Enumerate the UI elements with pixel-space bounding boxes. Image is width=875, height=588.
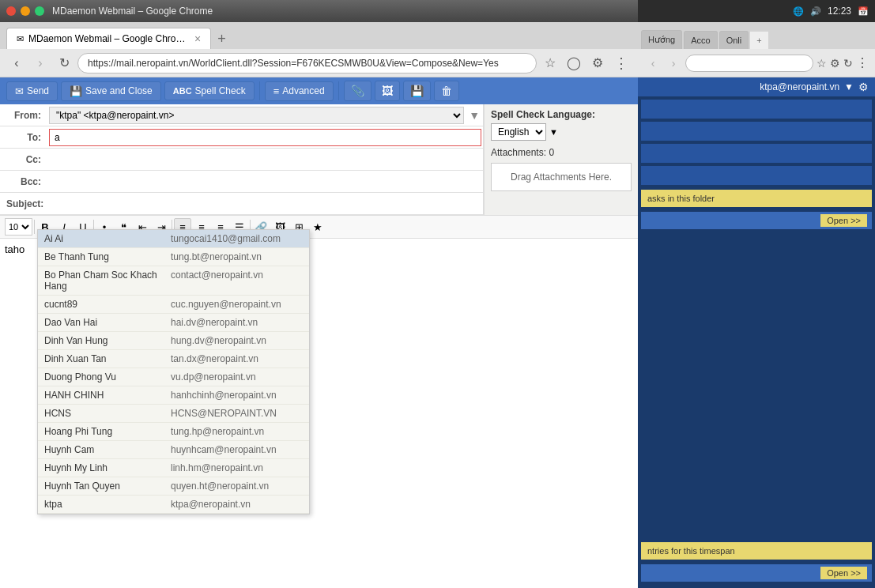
open-btn-1[interactable]: Open >> <box>820 214 867 227</box>
bookmark-btn[interactable]: ☆ <box>540 53 560 74</box>
new-tab-btn[interactable]: + <box>211 28 232 49</box>
subject-label: Subject: <box>0 195 47 213</box>
rpanel-gear-icon[interactable]: ⚙ <box>858 81 869 93</box>
rpanel-menu-btn[interactable]: ⋮ <box>856 55 869 70</box>
autocomplete-item-name: Be Thanh Tung <box>44 251 171 262</box>
font-size-select[interactable]: 10 <box>5 218 32 236</box>
autocomplete-item-name: Bo Phan Cham Soc Khach Hang <box>44 270 171 292</box>
autocomplete-item-name: Dinh Van Hung <box>44 335 171 346</box>
autocomplete-dropdown: Ai Aitungocai1410@gmail.comBe Thanh Tung… <box>37 229 310 514</box>
autocomplete-item-email: tan.dx@neropaint.vn <box>171 353 303 364</box>
autocomplete-item[interactable]: Dinh Xuan Tantan.dx@neropaint.vn <box>38 350 309 368</box>
autocomplete-item[interactable]: HCNSHCNS@NEROPAINT.VN <box>38 405 309 423</box>
win-max-btn[interactable] <box>35 6 44 16</box>
profile-btn[interactable]: ◯ <box>564 53 584 74</box>
more-options-btn[interactable]: ★ <box>309 218 326 236</box>
attach-file-button[interactable]: 📎 <box>344 81 371 101</box>
insert-image-button[interactable]: 🖼 <box>375 81 400 101</box>
autocomplete-list: Ai Aitungocai1410@gmail.comBe Thanh Tung… <box>38 230 309 514</box>
from-label: From: <box>0 107 47 124</box>
spell-check-icon: ABC <box>173 86 192 96</box>
to-input[interactable] <box>49 129 481 146</box>
autocomplete-item-name: Ai Ai <box>44 233 171 244</box>
language-select[interactable]: English <box>491 123 546 141</box>
autocomplete-item[interactable]: Ai Aitungocai1410@gmail.com <box>38 230 309 248</box>
spellcheck-panel: Spell Check Language: English ▼ Attachme… <box>484 104 638 215</box>
tasks-text: asks in this folder <box>647 194 715 203</box>
rpanel-tab-acco[interactable]: Acco <box>684 31 717 49</box>
autocomplete-item[interactable]: Bo Phan Cham Soc Khach Hangcontact@nerop… <box>38 266 309 296</box>
rpanel-refresh-btn[interactable]: ↻ <box>843 57 853 70</box>
taskbar-time: 12:23 <box>828 6 851 17</box>
tab-close-icon[interactable]: × <box>194 32 201 45</box>
save-close-button[interactable]: 💾 Save and Close <box>61 81 161 101</box>
rpanel-star-btn[interactable]: ☆ <box>817 57 827 70</box>
rpanel-back-btn[interactable]: ‹ <box>644 55 662 72</box>
rpanel-address-bar[interactable] <box>685 55 813 72</box>
from-dropdown-icon[interactable]: ▼ <box>466 109 483 122</box>
autocomplete-item-email: quyen.ht@neropaint.vn <box>171 481 303 492</box>
autocomplete-item[interactable]: cucnt89cuc.nguyen@neropaint.vn <box>38 296 309 314</box>
drag-attachments-zone[interactable]: Drag Attachments Here. <box>491 163 632 191</box>
advanced-button[interactable]: ≡ Advanced <box>265 81 334 101</box>
autocomplete-item[interactable]: Huynh Tan Quyenquyen.ht@neropaint.vn <box>38 477 309 496</box>
open-btn-2[interactable]: Open >> <box>820 567 867 579</box>
rpanel-bar-1 <box>641 100 872 119</box>
rpanel-bar-4 <box>641 166 872 185</box>
main-content: ✉ Send 💾 Save and Close ABC Spell Check … <box>0 77 875 588</box>
rpanel-settings-btn[interactable]: ⚙ <box>830 57 840 70</box>
autocomplete-item[interactable]: Huynh My Linhlinh.hm@neropaint.vn <box>38 459 309 477</box>
delete-button[interactable]: 🗑 <box>434 81 459 101</box>
tab-favicon: ✉ <box>17 34 24 44</box>
rpanel-fwd-btn[interactable]: › <box>665 55 682 72</box>
taskbar-calendar-icon: 📅 <box>858 6 869 17</box>
active-browser-tab[interactable]: ✉ MDaemon Webmail – Google Chrome × <box>6 28 211 49</box>
right-panel-tab-bar: Hướng Acco Onli + <box>638 22 875 49</box>
send-button[interactable]: ✉ Send <box>6 81 58 101</box>
extensions-btn[interactable]: ⚙ <box>587 53 608 74</box>
chrome-menu-btn[interactable]: ⋮ <box>611 53 632 74</box>
rpanel-open-bar-2: Open >> <box>641 564 872 582</box>
autocomplete-item[interactable]: HANH CHINHhanhchinh@neropaint.vn <box>38 386 309 405</box>
refresh-btn[interactable]: ↻ <box>54 53 74 74</box>
rpanel-dropdown-icon[interactable]: ▼ <box>844 81 854 92</box>
autocomplete-item[interactable]: Huynh Camhuynhcam@neropaint.vn <box>38 441 309 459</box>
page-wrapper: MDaemon Webmail – Google Chrome 🌐 🔊 12:2… <box>0 0 875 588</box>
back-btn[interactable]: ‹ <box>6 53 27 74</box>
rpanel-tab-onli[interactable]: Onli <box>719 31 749 49</box>
bcc-input[interactable] <box>47 174 483 190</box>
autocomplete-item-name: Hoang Phi Tung <box>44 426 171 437</box>
autocomplete-item[interactable]: ktpaktpa@neropaint.vn <box>38 496 309 514</box>
compose-header-area: From: "ktpa" <ktpa@neropaint.vn> ▼ To: C… <box>0 104 638 215</box>
win-min-btn[interactable] <box>21 6 30 16</box>
autocomplete-item-name: ktpa <box>44 499 171 510</box>
rpanel-new-tab-btn[interactable]: + <box>750 32 768 49</box>
tab-title: MDaemon Webmail – Google Chrome <box>28 33 187 44</box>
address-bar[interactable] <box>77 53 537 74</box>
rpanel-spacer <box>638 231 875 539</box>
save-draft-button[interactable]: 💾 <box>403 81 431 101</box>
win-close-btn[interactable] <box>6 6 16 16</box>
forward-btn[interactable]: › <box>30 53 51 74</box>
autocomplete-item-email: contact@neropaint.vn <box>171 270 303 292</box>
cc-input[interactable] <box>47 152 483 168</box>
autocomplete-item[interactable]: Dinh Van Hunghung.dv@neropaint.vn <box>38 332 309 350</box>
taskbar-network-icon: 🌐 <box>793 6 804 17</box>
lang-dropdown-icon[interactable]: ▼ <box>549 127 558 137</box>
autocomplete-item[interactable]: Duong Phong Vuvu.dp@neropaint.vn <box>38 368 309 386</box>
spell-check-button[interactable]: ABC Spell Check <box>164 81 255 100</box>
autocomplete-item-email: huynhcam@neropaint.vn <box>171 444 303 455</box>
toolbar-divider-1 <box>259 81 260 100</box>
autocomplete-item-email: tungocai1410@gmail.com <box>171 233 303 244</box>
browser-tab-bar-row: ✉ MDaemon Webmail – Google Chrome × + Hư… <box>0 22 875 49</box>
from-select[interactable]: "ktpa" <ktpa@neropaint.vn> <box>49 107 464 124</box>
save-icon: 💾 <box>70 85 82 97</box>
browser-tab-bar: ✉ MDaemon Webmail – Google Chrome × + <box>0 22 638 49</box>
subject-input[interactable] <box>47 196 483 212</box>
autocomplete-item[interactable]: Be Thanh Tungtung.bt@neropaint.vn <box>38 248 309 266</box>
browser-nav-row: ‹ › ↻ ☆ ◯ ⚙ ⋮ ‹ › ☆ ⚙ ↻ ⋮ <box>0 49 875 77</box>
attachments-label: Attachments: <box>491 147 546 158</box>
rpanel-tab-huong[interactable]: Hướng <box>641 30 682 49</box>
autocomplete-item[interactable]: Hoang Phi Tungtung.hp@neropaint.vn <box>38 423 309 441</box>
autocomplete-item[interactable]: Dao Van Haihai.dv@neropaint.vn <box>38 314 309 332</box>
